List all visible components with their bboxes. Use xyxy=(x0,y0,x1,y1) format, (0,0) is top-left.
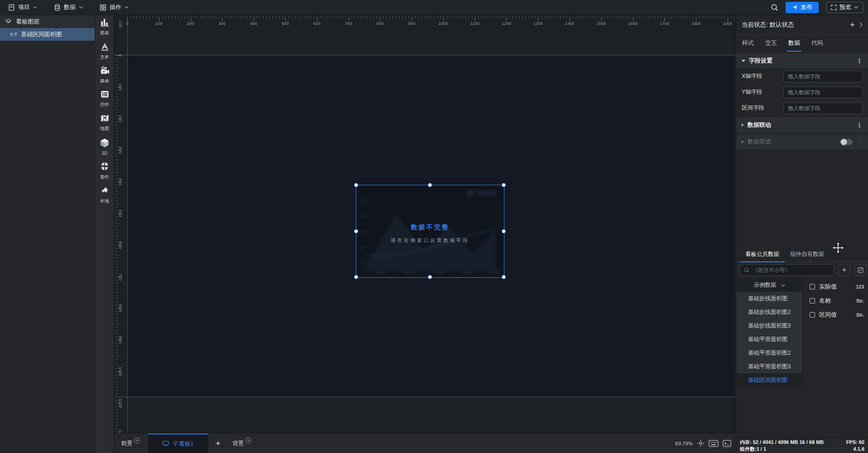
inspector-tab-数据[interactable]: 数据 xyxy=(788,39,800,48)
inspector-tabs: 样式交互数据代码 xyxy=(736,35,868,52)
field-drop-input[interactable] xyxy=(783,102,863,114)
board-icon xyxy=(163,441,169,447)
field-checkbox[interactable] xyxy=(810,298,815,304)
field-checkbox[interactable] xyxy=(810,312,815,318)
ruler-label: 0 xyxy=(126,21,128,26)
ruler-label: 1100 xyxy=(470,21,479,26)
dataset-field-row: 实际值123 xyxy=(803,280,868,294)
field-row: Y轴字段 xyxy=(736,84,868,100)
fps-value: FPS: 60 xyxy=(846,439,864,446)
ruler-label: 500 xyxy=(282,21,289,26)
dataset-item[interactable]: 基础折线面积图 xyxy=(736,292,802,305)
inspector-panel: 当前状态: 默认状态 + 样式交互数据代码 字段设置 ⋮ X轴字段Y轴字段区间字… xyxy=(736,15,868,438)
edit-dataset-button[interactable] xyxy=(854,264,867,276)
dataset-dropdown[interactable]: 示例数据 xyxy=(736,278,802,292)
dataset-item-selected[interactable]: 基础区间面积图 xyxy=(736,373,802,387)
selected-chart-component[interactable]: 数据不完整 请在右侧窗口设置数据字段 xyxy=(356,185,504,278)
zoom-level[interactable]: 69.79% xyxy=(675,441,693,446)
kit-icon xyxy=(100,162,109,172)
section-data-linkage[interactable]: 数据联动 ⋮ xyxy=(736,117,868,133)
tool-3D[interactable]: 3D xyxy=(95,135,114,159)
data-filter-menu-icon[interactable]: ⋮ xyxy=(856,139,863,145)
expand-states-icon[interactable] xyxy=(859,22,863,27)
dataset-item[interactable]: 基础平滑面积图 xyxy=(736,333,802,346)
menu-项目[interactable]: 项目 xyxy=(0,0,45,15)
menu-操作[interactable]: 操作 xyxy=(91,0,137,15)
ruler-label: 400 xyxy=(250,21,257,26)
dataset-list: 示例数据基础折线面积图基础折线面积图2基础折线面积图3基础平滑面积图基础平滑面积… xyxy=(736,278,803,387)
foreground-button[interactable]: 前景 + xyxy=(115,439,144,448)
dataset-item[interactable]: 基础平滑面积图2 xyxy=(736,346,802,360)
caret-down-icon xyxy=(742,60,745,62)
data-tab-组件自有数据[interactable]: 组件自有数据 xyxy=(790,251,824,258)
background-button[interactable]: 背景 + xyxy=(228,439,256,448)
ruler-label: 900 xyxy=(118,336,123,343)
tool-label: 本地 xyxy=(100,198,109,204)
tool-控件[interactable]: 控件 xyxy=(95,87,114,111)
section-field-settings[interactable]: 字段设置 ⋮ xyxy=(736,53,868,68)
tool-文本[interactable]: 文本 xyxy=(95,39,114,63)
menu-label: 数据 xyxy=(64,3,76,11)
page-left-edge xyxy=(127,15,128,433)
dataset-item[interactable]: 基础折线面积图3 xyxy=(736,319,802,333)
add-dataset-button[interactable]: + xyxy=(838,264,850,276)
ruler-label: 1500 xyxy=(596,21,606,26)
tool-本地[interactable]: 本地 xyxy=(95,183,114,207)
field-drop-input[interactable] xyxy=(783,87,863,98)
ruler-label: 1900 xyxy=(723,21,732,26)
selection-handle[interactable] xyxy=(354,275,358,279)
field-checkbox[interactable] xyxy=(810,284,815,289)
ruler-label: 800 xyxy=(118,304,123,312)
component-count: 组件数:1 / 1 xyxy=(740,446,766,453)
layer-item[interactable]: 基础区间面积图 xyxy=(0,28,95,41)
keyboard-shortcuts-icon[interactable] xyxy=(709,440,719,447)
selection-handle[interactable] xyxy=(428,183,432,187)
tool-图表[interactable]: 图表 xyxy=(95,15,114,39)
tool-地图[interactable]: 地图 xyxy=(95,111,114,135)
ruler-label: 300 xyxy=(218,21,225,26)
puzzle-icon xyxy=(100,186,109,196)
section-data-filter[interactable]: 数据筛选 ⋮ xyxy=(736,134,868,149)
data-linkage-menu-icon[interactable]: ⋮ xyxy=(856,122,863,128)
ruler-label: 600 xyxy=(118,241,123,249)
data-search-input[interactable] xyxy=(753,267,830,273)
fit-screen-icon[interactable] xyxy=(697,439,705,447)
bar-chart-icon xyxy=(100,18,110,28)
selection-handle[interactable] xyxy=(428,275,432,279)
data-tab-看板公共数据[interactable]: 看板公共数据 xyxy=(745,251,779,258)
dataset-item[interactable]: 基础平滑面积图3 xyxy=(736,360,802,373)
add-background-icon[interactable]: + xyxy=(245,438,251,443)
add-board-button[interactable]: + xyxy=(208,439,228,448)
inspector-tab-代码[interactable]: 代码 xyxy=(811,39,823,48)
tool-媒体[interactable]: 媒体 xyxy=(95,63,114,87)
layers-icon xyxy=(5,18,12,25)
selection-handle[interactable] xyxy=(502,229,506,233)
add-foreground-icon[interactable]: + xyxy=(134,438,140,443)
chevron-down-icon xyxy=(33,6,37,9)
status-info-bar: 内存: 52 / 4041 / 4096 MB 16 / 68 MB FPS: … xyxy=(736,438,868,453)
selection-handle[interactable] xyxy=(502,183,506,187)
search-icon[interactable] xyxy=(771,4,778,11)
tool-套件[interactable]: 套件 xyxy=(95,159,114,183)
incomplete-data-subtitle: 请在右侧窗口设置数据字段 xyxy=(356,237,504,244)
dataset-item[interactable]: 基础折线面积图2 xyxy=(736,305,802,319)
inspector-tab-样式[interactable]: 样式 xyxy=(742,39,754,48)
field-type: 123 xyxy=(856,284,864,289)
preview-button[interactable]: 预览 xyxy=(826,2,863,13)
selection-handle[interactable] xyxy=(354,229,358,233)
chevron-down-icon xyxy=(125,6,129,9)
data-filter-toggle[interactable] xyxy=(840,139,853,145)
field-settings-menu-icon[interactable]: ⋮ xyxy=(856,58,863,64)
publish-button[interactable]: 发布 xyxy=(786,2,819,13)
vertical-ruler: -100010020030040050060070080090010001100… xyxy=(115,15,126,433)
inspector-tab-交互[interactable]: 交互 xyxy=(765,39,777,48)
field-drop-input[interactable] xyxy=(783,71,863,82)
selection-handle[interactable] xyxy=(502,275,506,279)
sub-board-tab[interactable]: 子看板1 xyxy=(148,434,208,453)
ruler-label: 1300 xyxy=(533,21,543,26)
selection-handle[interactable] xyxy=(354,183,358,187)
canvas-area[interactable]: 0100200300400500600700800900100011001200… xyxy=(115,15,736,433)
add-state-button[interactable]: + xyxy=(845,20,859,30)
console-icon[interactable] xyxy=(723,440,731,447)
menu-数据[interactable]: 数据 xyxy=(46,0,91,15)
